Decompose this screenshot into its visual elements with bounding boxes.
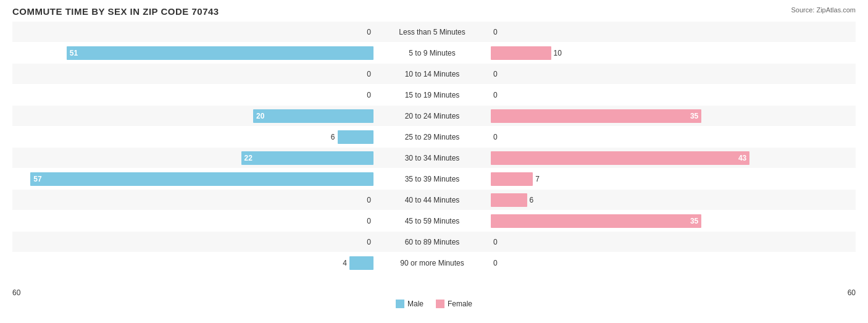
axis-left: 60 [12,288,20,297]
row-label: Less than 5 Minutes [373,28,491,36]
bar-female: 35 [491,214,701,228]
legend-female-box [436,300,444,308]
right-section: 0 [491,22,852,42]
right-section: 7 [491,169,852,189]
row-label: 20 to 24 Minutes [373,112,491,120]
left-section: 0 [12,190,373,210]
left-section: 0 [12,64,373,84]
left-section: 51 [12,43,373,63]
table-row: 0 45 to 59 Minutes 35 [12,211,856,231]
table-row: 6 25 to 29 Minutes 0 [12,127,856,147]
male-value-zero: 0 [367,91,371,99]
chart-area: 0 Less than 5 Minutes 0 51 5 to 9 Minute… [12,22,856,287]
legend-male-box [396,300,404,308]
bar-female: 43 [491,151,749,165]
right-section: 10 [491,43,852,63]
right-section: 0 [491,64,852,84]
right-section: 0 [491,127,852,147]
male-value-inside: 22 [244,154,252,162]
chart-container: COMMUTE TIME BY SEX IN ZIP CODE 70743 So… [0,0,868,323]
female-value-outside: 10 [554,49,562,57]
right-section: 6 [491,190,852,210]
row-label: 25 to 29 Minutes [373,133,491,141]
bar-female [491,193,527,207]
right-section: 43 [491,148,852,168]
bar-female [491,172,533,186]
female-value-zero: 0 [493,133,498,141]
female-value-zero: 0 [493,91,498,99]
male-value-inside: 20 [256,112,264,120]
female-value-inside: 35 [690,112,698,120]
table-row: 0 15 to 19 Minutes 0 [12,85,856,105]
left-section: 0 [12,232,373,252]
table-row: 0 Less than 5 Minutes 0 [12,22,856,42]
right-section: 0 [491,85,852,105]
axis-labels: 60 60 [12,288,856,297]
table-row: 20 20 to 24 Minutes 35 [12,106,856,126]
male-value-inside: 51 [70,49,78,57]
chart-title: COMMUTE TIME BY SEX IN ZIP CODE 70743 [12,6,856,17]
female-value-outside: 6 [530,196,534,204]
bar-male: 51 [67,46,373,60]
row-label: 60 to 89 Minutes [373,238,491,246]
female-value-zero: 0 [493,259,498,267]
table-row: 51 5 to 9 Minutes 10 [12,43,856,63]
legend-female-label: Female [448,300,472,308]
male-value-zero: 0 [367,238,371,246]
left-section: 20 [12,106,373,126]
row-label: 40 to 44 Minutes [373,196,491,204]
bar-male: 22 [241,151,374,165]
row-label: 15 to 19 Minutes [373,91,491,99]
row-label: 45 to 59 Minutes [373,217,491,225]
left-section: 6 [12,127,373,147]
row-label: 30 to 34 Minutes [373,154,491,162]
table-row: 22 30 to 34 Minutes 43 [12,148,856,168]
female-value-inside: 35 [690,217,698,225]
row-label: 5 to 9 Minutes [373,49,491,57]
right-section: 0 [491,253,852,273]
left-section: 0 [12,22,373,42]
male-value-inside: 57 [33,175,41,183]
bar-male [338,130,374,144]
male-value-outside: 4 [343,259,347,267]
left-section: 22 [12,148,373,168]
left-section: 57 [12,169,373,189]
female-value-zero: 0 [493,28,498,36]
bar-female: 35 [491,109,701,123]
right-section: 35 [491,106,852,126]
bar-male [349,256,373,270]
female-value-inside: 43 [738,154,746,162]
table-row: 57 35 to 39 Minutes 7 [12,169,856,189]
table-row: 0 40 to 44 Minutes 6 [12,190,856,210]
legend-male-label: Male [407,300,424,308]
female-value-zero: 0 [493,238,498,246]
bar-male: 57 [30,172,373,186]
legend: Male Female [12,300,856,308]
row-label: 10 to 14 Minutes [373,70,491,78]
source-label: Source: ZipAtlas.com [791,6,856,14]
male-value-zero: 0 [367,28,371,36]
axis-right: 60 [848,288,856,297]
table-row: 0 60 to 89 Minutes 0 [12,232,856,252]
female-value-zero: 0 [493,70,498,78]
bar-male: 20 [253,109,373,123]
female-value-outside: 7 [535,175,540,183]
row-label: 35 to 39 Minutes [373,175,491,183]
left-section: 0 [12,211,373,231]
male-value-zero: 0 [367,196,371,204]
male-value-zero: 0 [367,70,371,78]
male-value-zero: 0 [367,217,371,225]
legend-male: Male [396,300,424,308]
legend-female: Female [436,300,472,308]
right-section: 0 [491,232,852,252]
left-section: 4 [12,253,373,273]
table-row: 0 10 to 14 Minutes 0 [12,64,856,84]
row-label: 90 or more Minutes [373,259,491,267]
right-section: 35 [491,211,852,231]
left-section: 0 [12,85,373,105]
table-row: 4 90 or more Minutes 0 [12,253,856,273]
bar-female [491,46,551,60]
male-value-outside: 6 [331,133,335,141]
